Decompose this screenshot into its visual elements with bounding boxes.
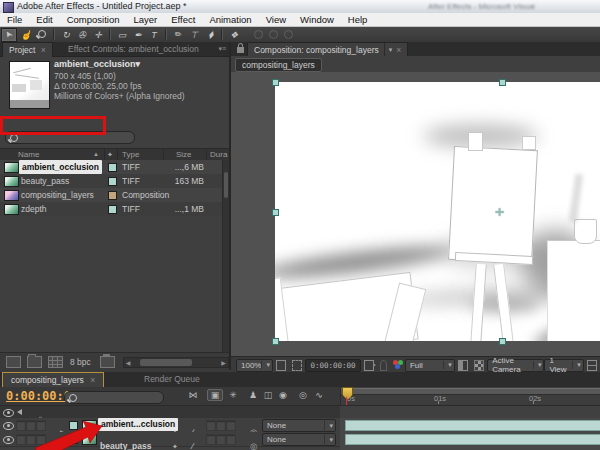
column-name[interactable]: Name xyxy=(18,149,39,160)
tab-project[interactable]: Project × xyxy=(2,42,53,57)
footage-name-selected[interactable]: ambient_occlusion xyxy=(19,160,102,174)
layer-visibility-eye-icon[interactable] xyxy=(3,436,14,444)
layer-duration-bar[interactable] xyxy=(345,434,600,445)
layer-name[interactable]: beauty_pass xyxy=(100,440,152,450)
pen-tool-icon[interactable]: ✒ xyxy=(130,28,146,42)
parent-pickwhip-icon[interactable]: ◎ xyxy=(250,440,257,450)
draft-3d-icon[interactable]: ✳ xyxy=(226,390,240,400)
resolution-dropdown[interactable]: Full▾ xyxy=(405,359,455,372)
menu-edit[interactable]: Edit xyxy=(29,14,59,25)
snapshot-camera-icon[interactable] xyxy=(364,360,374,371)
menu-help[interactable]: Help xyxy=(341,14,375,25)
camera-tool-icon[interactable]: ✇ xyxy=(74,28,90,42)
transparency-grid-icon[interactable] xyxy=(474,360,484,371)
menu-view[interactable]: View xyxy=(259,14,293,25)
frame-blend-switch[interactable] xyxy=(216,434,226,445)
tab-timeline-comp[interactable]: compositing_layers × xyxy=(2,372,104,387)
channel-rgb-icon[interactable] xyxy=(393,360,402,370)
selection-tool-icon[interactable]: ➤ xyxy=(1,28,17,42)
menu-window[interactable]: Window xyxy=(293,14,341,25)
3d-view-dropdown[interactable]: Active Camera▾ xyxy=(487,359,544,372)
frame-blend-switch[interactable] xyxy=(216,420,226,431)
frame-blending-icon[interactable]: ◫ xyxy=(261,390,275,400)
pan-behind-tool-icon[interactable]: ✛ xyxy=(90,28,106,42)
region-of-interest-icon[interactable] xyxy=(292,360,302,371)
lock-switch[interactable] xyxy=(36,434,46,445)
quality-slash-icon[interactable]: ∕ xyxy=(192,440,193,450)
footage-name[interactable]: zdepth xyxy=(21,202,47,216)
selection-handle[interactable] xyxy=(272,79,279,86)
brainstorm-icon[interactable]: ◎ xyxy=(296,390,310,400)
audio-column-speaker-icon[interactable] xyxy=(17,409,22,415)
column-size[interactable]: Size xyxy=(176,149,192,160)
project-row-beauty-pass[interactable]: beauty_pass TIFF 163 MB xyxy=(0,174,222,188)
column-duration[interactable]: Dura xyxy=(210,149,227,160)
type-tool-icon[interactable]: T xyxy=(146,28,162,42)
label-column-icon[interactable]: ✦ xyxy=(107,149,113,160)
audio-switch[interactable] xyxy=(16,420,26,431)
bit-depth-label[interactable]: 8 bpc xyxy=(70,357,91,367)
live-update-icon[interactable]: ▣ xyxy=(207,389,223,401)
menu-layer[interactable]: Layer xyxy=(127,14,165,25)
layer-color-swatch[interactable] xyxy=(69,435,78,444)
scroll-right-icon[interactable]: ▶ xyxy=(221,359,226,366)
label-color-swatch[interactable] xyxy=(108,205,117,214)
eraser-tool-icon[interactable]: ▰ xyxy=(202,28,218,42)
hide-shy-layers-icon[interactable]: ♟ xyxy=(246,390,260,400)
close-icon[interactable]: × xyxy=(396,43,401,57)
menu-animation[interactable]: Animation xyxy=(202,14,258,25)
rotation-tool-icon[interactable]: ↻ xyxy=(58,28,74,42)
project-row-ambient-occlusion[interactable]: ambient_occlusion TIFF ...,6 MB xyxy=(0,160,222,174)
panel-lock-icon[interactable] xyxy=(237,47,244,53)
view-layout-dropdown[interactable]: 1 View▾ xyxy=(544,359,583,372)
work-area-bar[interactable] xyxy=(341,388,600,395)
effects-switch[interactable] xyxy=(206,420,216,431)
parent-dropdown[interactable]: None▾ xyxy=(262,433,336,446)
quality-switch-icon[interactable]: ✦ xyxy=(172,440,178,450)
puppet-pin-tool-icon[interactable]: ❖ xyxy=(226,28,242,42)
selection-handle[interactable] xyxy=(272,209,279,216)
label-color-swatch[interactable] xyxy=(108,163,117,172)
viewer-dropdown-icon[interactable]: ▾ xyxy=(384,43,393,57)
effects-switch[interactable] xyxy=(206,434,216,445)
menu-composition[interactable]: Composition xyxy=(60,14,127,25)
project-row-compositing-layers[interactable]: compositing_layers Composition xyxy=(0,188,222,202)
selection-handle[interactable] xyxy=(499,79,506,86)
tab-render-queue[interactable]: Render Queue xyxy=(138,372,206,386)
lock-switch[interactable] xyxy=(36,420,46,431)
audio-switch[interactable] xyxy=(16,434,26,445)
mask-shape-tool-icon[interactable]: ▭ xyxy=(114,28,130,42)
close-icon[interactable]: × xyxy=(41,45,46,55)
solo-switch[interactable] xyxy=(26,420,36,431)
safe-margins-icon[interactable] xyxy=(276,360,286,371)
sort-asc-icon[interactable]: ▲ xyxy=(93,149,99,160)
parent-dropdown[interactable]: None▾ xyxy=(262,419,336,432)
tab-effect-controls[interactable]: Effect Controls: ambient_occlusion xyxy=(62,42,205,56)
motion-blur-switch[interactable] xyxy=(226,420,236,431)
anchor-point-crosshair-icon[interactable]: ✛ xyxy=(495,206,504,219)
graph-editor-icon[interactable]: ∿ xyxy=(312,390,326,400)
column-type[interactable]: Type xyxy=(122,149,139,160)
viewer-content[interactable]: ✛ xyxy=(231,72,600,356)
selection-handle[interactable] xyxy=(272,338,279,345)
solo-switch[interactable] xyxy=(26,434,36,445)
zoom-tool-icon[interactable] xyxy=(34,28,50,42)
hand-tool-icon[interactable]: ☝ xyxy=(18,28,34,42)
new-composition-icon[interactable] xyxy=(48,356,63,368)
breadcrumb[interactable]: compositing_layers xyxy=(235,58,322,72)
layer-visibility-eye-icon[interactable] xyxy=(3,422,14,430)
project-horizontal-scrollbar[interactable]: ◀ ▶ xyxy=(123,357,229,368)
motion-blur-icon[interactable]: ◉ xyxy=(276,390,290,400)
layer-row-ambient-occlusion[interactable]: ▶ ambient...cclusion ✦ ∕ ◎ None▾ xyxy=(0,418,340,433)
layer-name-selected[interactable]: ambient...cclusion xyxy=(98,418,178,431)
menu-file[interactable]: File xyxy=(0,14,29,25)
menu-effect[interactable]: Effect xyxy=(164,14,202,25)
panel-menu-icon[interactable]: ▾≡ xyxy=(218,45,226,53)
trash-icon[interactable] xyxy=(100,356,115,368)
show-snapshot-icon[interactable] xyxy=(380,360,387,371)
timeline-ruler[interactable]: 0s 01s 02s xyxy=(340,387,600,405)
grid-options-icon[interactable] xyxy=(587,360,597,371)
label-color-swatch[interactable] xyxy=(108,177,117,186)
tab-composition[interactable]: Composition: compositing_layers ▾ × xyxy=(247,42,408,57)
viewer-timecode[interactable]: 0:00:00:00 xyxy=(305,359,360,372)
